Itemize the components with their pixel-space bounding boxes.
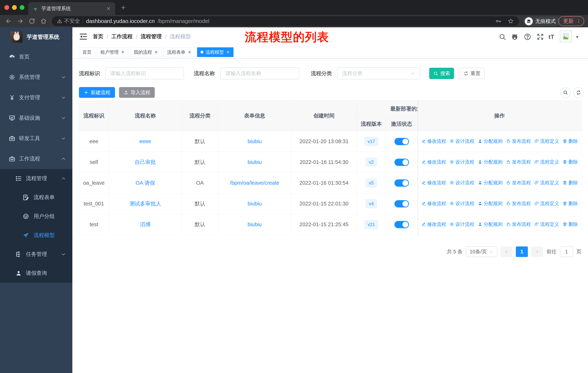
search-button[interactable]: 搜索 xyxy=(429,68,454,79)
sidebar-item-system[interactable]: 系统管理 xyxy=(0,67,72,87)
modify-action-link[interactable]: 修改流程 xyxy=(421,138,446,144)
avatar-caret-down-icon[interactable] xyxy=(575,35,579,39)
process-id-input[interactable] xyxy=(105,67,184,80)
design-action-link[interactable]: 设计流程 xyxy=(450,180,474,186)
bookmark-star-icon[interactable] xyxy=(507,18,514,24)
sidebar-item-workflow[interactable]: 工作流程 xyxy=(0,149,72,169)
active-toggle[interactable] xyxy=(394,179,409,187)
form-info-link[interactable]: biubiu xyxy=(248,201,262,207)
design-action-link[interactable]: 设计流程 xyxy=(450,200,474,207)
search-icon[interactable] xyxy=(499,33,506,40)
process-name-input[interactable] xyxy=(220,67,299,80)
security-chip[interactable]: 不安全 xyxy=(57,18,80,25)
process-name-link[interactable]: OA 请假 xyxy=(136,180,155,186)
active-toggle[interactable] xyxy=(394,138,409,145)
definition-action-link[interactable]: 流程定义 xyxy=(534,138,559,144)
definition-action-link[interactable]: 流程定义 xyxy=(534,180,559,186)
tag-tenant[interactable]: 租户管理 xyxy=(97,47,128,57)
active-toggle[interactable] xyxy=(394,221,409,228)
sidebar-item-process-form[interactable]: 流程表单 xyxy=(0,188,72,207)
delete-action-link[interactable]: 删除 xyxy=(562,138,578,144)
help-icon[interactable] xyxy=(524,33,531,40)
update-button[interactable]: 更新 xyxy=(558,16,584,26)
github-icon[interactable] xyxy=(511,33,519,40)
window-zoom-button[interactable] xyxy=(20,5,24,10)
address-bar[interactable]: 不安全 dashboard.yudao.iocoder.cn/bpm/manag… xyxy=(52,16,519,26)
definition-action-link[interactable]: 流程定义 xyxy=(534,159,559,165)
browser-menu-dots-icon[interactable] xyxy=(577,19,581,23)
breadcrumb-item[interactable]: 首页 xyxy=(93,33,103,40)
tag-close-icon[interactable] xyxy=(226,50,230,54)
tag-home[interactable]: 首页 xyxy=(79,47,95,57)
window-minimize-button[interactable] xyxy=(12,5,17,10)
avatar[interactable] xyxy=(560,30,572,42)
sidebar-item-payment[interactable]: 支付管理 xyxy=(0,87,72,108)
sidebar-item-process-model[interactable]: 流程模型 xyxy=(0,226,72,245)
assign-rule-action-link[interactable]: 分配规则 xyxy=(478,138,503,144)
sidebar-item-home[interactable]: 首页 xyxy=(0,47,72,67)
delete-action-link[interactable]: 删除 xyxy=(562,180,578,186)
definition-action-link[interactable]: 流程定义 xyxy=(534,200,559,207)
design-action-link[interactable]: 设计流程 xyxy=(450,159,474,165)
sidebar-item-user-group[interactable]: 用户分组 xyxy=(0,207,72,226)
process-name-link[interactable]: 滔博 xyxy=(140,222,151,227)
tag-close-icon[interactable] xyxy=(154,50,158,54)
tag-my-process[interactable]: 我的流程 xyxy=(130,47,162,57)
publish-action-link[interactable]: 发布流程 xyxy=(506,221,531,227)
process-name-link[interactable]: eeee xyxy=(139,138,151,144)
sidebar-item-infrastructure[interactable]: 基础设施 xyxy=(0,108,72,128)
tag-process-form[interactable]: 流程表单 xyxy=(164,47,195,57)
sidebar-item-leave-query[interactable]: 请假查询 xyxy=(0,264,72,283)
back-icon[interactable] xyxy=(5,18,12,25)
publish-action-link[interactable]: 发布流程 xyxy=(506,180,531,186)
publish-action-link[interactable]: 发布流程 xyxy=(506,159,531,165)
tag-close-icon[interactable] xyxy=(188,50,192,54)
form-info-link[interactable]: biubiu xyxy=(248,222,262,227)
goto-page-input[interactable] xyxy=(560,246,573,257)
sidebar-item-task-management[interactable]: 任务管理 xyxy=(0,245,72,264)
window-close-button[interactable] xyxy=(4,5,9,10)
refresh-table-button[interactable] xyxy=(573,87,584,98)
process-name-link[interactable]: 自己审批 xyxy=(135,159,156,165)
delete-action-link[interactable]: 删除 xyxy=(562,159,578,165)
assign-rule-action-link[interactable]: 分配规则 xyxy=(478,200,503,207)
toggle-search-button[interactable] xyxy=(560,87,571,98)
reload-icon[interactable] xyxy=(28,18,35,25)
tag-process-model[interactable]: 流程模型 xyxy=(197,47,233,57)
form-info-link[interactable]: biubiu xyxy=(248,138,262,144)
delete-action-link[interactable]: 删除 xyxy=(562,200,578,207)
definition-action-link[interactable]: 流程定义 xyxy=(534,221,559,227)
publish-action-link[interactable]: 发布流程 xyxy=(506,200,531,207)
home-icon[interactable] xyxy=(40,18,47,25)
new-tab-button[interactable] xyxy=(120,5,126,10)
browser-tab[interactable]: 芋道管理系统 xyxy=(28,2,115,15)
delete-action-link[interactable]: 删除 xyxy=(562,221,578,227)
breadcrumb-item[interactable]: 工作流程 xyxy=(111,33,133,40)
create-process-button[interactable]: 新建流程 xyxy=(79,87,115,98)
sidebar-item-process-management[interactable]: 流程管理 xyxy=(0,169,72,188)
process-name-link[interactable]: 测试多审批人 xyxy=(129,201,161,207)
breadcrumb-item[interactable]: 流程管理 xyxy=(141,33,162,40)
form-info-link[interactable]: /bpm/oa/leave/create xyxy=(230,180,279,186)
publish-action-link[interactable]: 发布流程 xyxy=(506,138,531,144)
modify-action-link[interactable]: 修改流程 xyxy=(421,221,446,227)
sidebar-collapse-icon[interactable] xyxy=(79,32,88,41)
design-action-link[interactable]: 设计流程 xyxy=(450,138,474,144)
modify-action-link[interactable]: 修改流程 xyxy=(421,180,446,186)
assign-rule-action-link[interactable]: 分配规则 xyxy=(478,180,503,186)
fullscreen-icon[interactable] xyxy=(536,33,544,40)
reset-button[interactable]: 重置 xyxy=(459,68,485,79)
process-category-select[interactable]: 流程分类 xyxy=(337,67,420,80)
sidebar-item-dev-tools[interactable]: 研发工具 xyxy=(0,128,72,149)
tag-close-icon[interactable] xyxy=(121,50,125,54)
assign-rule-action-link[interactable]: 分配规则 xyxy=(478,159,503,165)
design-action-link[interactable]: 设计流程 xyxy=(450,221,474,227)
forward-icon[interactable] xyxy=(17,18,24,25)
next-page-button[interactable] xyxy=(531,246,543,257)
sidebar-logo-row[interactable]: 芋道管理系统 xyxy=(0,27,72,47)
assign-rule-action-link[interactable]: 分配规则 xyxy=(478,221,503,227)
font-size-icon[interactable]: tT xyxy=(548,33,554,41)
modify-action-link[interactable]: 修改流程 xyxy=(421,159,446,165)
active-toggle[interactable] xyxy=(394,159,409,166)
form-info-link[interactable]: biubiu xyxy=(248,159,262,165)
